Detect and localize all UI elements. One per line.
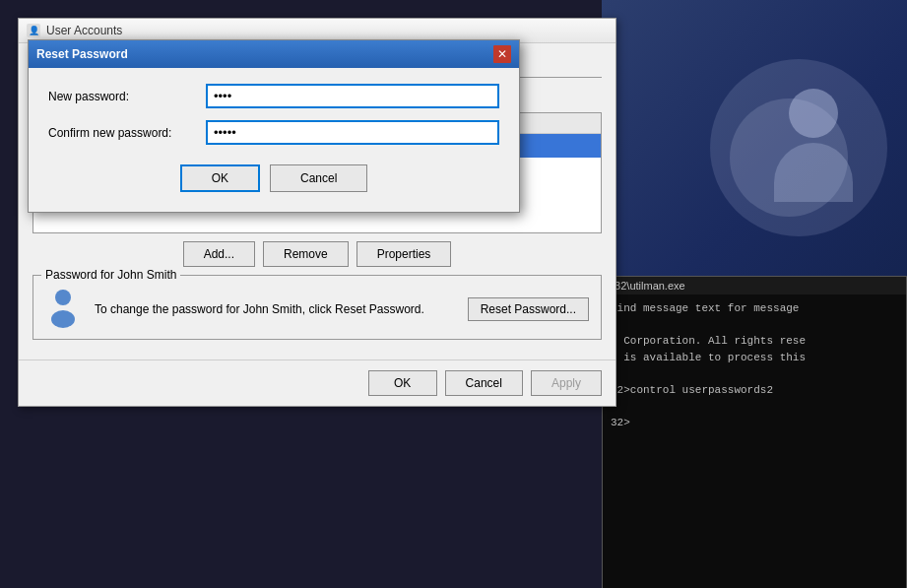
- cancel-button[interactable]: Cancel: [445, 370, 523, 396]
- password-section: Password for John Smith To change the pa…: [32, 275, 602, 340]
- confirm-password-label: Confirm new password:: [48, 126, 206, 140]
- password-section-legend: Password for John Smith: [41, 268, 180, 282]
- cmd-line-1: find message text for message: [611, 300, 898, 317]
- properties-button[interactable]: Properties: [356, 241, 452, 267]
- dialog-title-icon: 👤: [27, 24, 40, 37]
- cmd-line-4: e is available to process this: [611, 350, 898, 366]
- modal-titlebar: Reset Password ✕: [29, 40, 519, 68]
- users-buttons: Add... Remove Properties: [32, 241, 602, 267]
- confirm-password-input[interactable]: [206, 120, 499, 145]
- reset-password-button[interactable]: Reset Password...: [468, 297, 589, 321]
- avatar-body: [774, 143, 853, 202]
- modal-ok-button[interactable]: OK: [180, 164, 260, 192]
- password-section-content: To change the password for John Smith, c…: [45, 284, 589, 331]
- modal-title: Reset Password: [36, 47, 128, 61]
- new-password-label: New password:: [48, 90, 206, 103]
- cmd-line-6: 32>control userpasswords2: [611, 382, 898, 399]
- cmd-content: find message text for message . t Corpor…: [603, 294, 906, 436]
- reset-password-dialog: Reset Password ✕ New password: Confirm n…: [28, 39, 520, 213]
- cmd-titlebar: h32\utilman.exe: [603, 277, 906, 294]
- new-password-input[interactable]: [206, 84, 499, 108]
- modal-buttons: OK Cancel: [48, 157, 499, 196]
- cmd-title: h32\utilman.exe: [609, 280, 685, 292]
- cmd-line-3: t Corporation. All rights rese: [611, 333, 898, 350]
- cmd-line-5: [611, 365, 898, 382]
- svg-point-4: [51, 310, 75, 328]
- ok-button[interactable]: OK: [368, 370, 437, 396]
- password-text: To change the password for John Smith, c…: [95, 302, 454, 316]
- avatar-silhouette: [769, 89, 858, 207]
- modal-body: New password: Confirm new password: OK C…: [29, 68, 519, 212]
- cmd-line-7: [611, 398, 898, 415]
- remove-button[interactable]: Remove: [263, 241, 349, 267]
- modal-cancel-button[interactable]: Cancel: [270, 164, 367, 192]
- new-password-row: New password:: [48, 84, 499, 108]
- confirm-password-row: Confirm new password:: [48, 120, 499, 145]
- cmd-window: h32\utilman.exe find message text for me…: [602, 276, 907, 588]
- dialog-title: User Accounts: [46, 24, 122, 37]
- cmd-line-8: 32>: [611, 415, 898, 431]
- add-button[interactable]: Add...: [183, 241, 255, 267]
- modal-close-button[interactable]: ✕: [493, 45, 511, 63]
- cmd-line-2: .: [611, 317, 898, 334]
- apply-button[interactable]: Apply: [531, 370, 602, 396]
- avatar-head: [789, 89, 838, 138]
- password-icon: [45, 288, 81, 331]
- dialog-bottom-buttons: OK Cancel Apply: [19, 359, 615, 406]
- svg-point-3: [55, 290, 71, 305]
